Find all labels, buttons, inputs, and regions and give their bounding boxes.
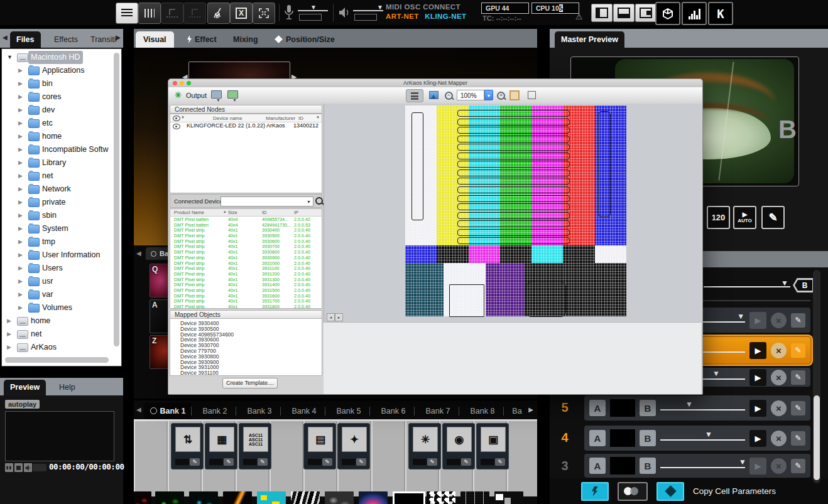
device-row[interactable]: DMT Pixel strip40x139312002.0.0.40: [170, 271, 322, 277]
slider-handle-icon[interactable]: ▼: [712, 369, 720, 378]
effect-cell[interactable]: ✦✎: [337, 423, 370, 469]
mapped-strip-outline[interactable]: [457, 186, 570, 193]
cell-edit-button[interactable]: ✎: [224, 458, 234, 466]
device-row[interactable]: DMT Pixel strip40x139304002.0.0.40: [170, 227, 322, 233]
tab-help[interactable]: Help: [53, 380, 82, 395]
device-row[interactable]: DMT Pixel strip40x139317002.0.0.40: [170, 298, 322, 304]
disclosure-icon[interactable]: ▶: [7, 328, 11, 341]
tree-item-incompatible-softw[interactable]: ▶Incompatible Softw: [2, 143, 121, 156]
clean-button[interactable]: [207, 3, 230, 24]
cell-b-button[interactable]: B: [640, 400, 656, 416]
tab-mixing[interactable]: Mixing: [226, 31, 266, 48]
play-button[interactable]: ▶: [749, 430, 766, 447]
mapped-strip-outline[interactable]: [457, 237, 570, 244]
cell-edit-button[interactable]: ✎: [322, 458, 332, 466]
layer-eject-button[interactable]: ×: [771, 313, 787, 328]
tree-item-label[interactable]: Volumes: [40, 301, 75, 314]
disclosure-icon[interactable]: ▶: [18, 183, 23, 196]
klingnet-mapper-button[interactable]: K: [708, 2, 733, 25]
mapped-strip-outline[interactable]: [457, 110, 570, 117]
layer-eject-button[interactable]: ×: [771, 400, 787, 416]
disclosure-icon[interactable]: ▶: [18, 156, 23, 169]
layer-edit-button[interactable]: ✎: [791, 401, 805, 416]
tree-item-library[interactable]: ▶Library: [2, 156, 121, 169]
disclosure-icon[interactable]: ▶: [18, 222, 23, 235]
tree-item-label[interactable]: ArKaos: [28, 341, 59, 354]
visual-thumb-bw-shred[interactable]: [291, 491, 320, 504]
preview-rate-box[interactable]: [33, 464, 46, 471]
mapped-strip-outline[interactable]: [457, 169, 570, 176]
slider-handle-icon[interactable]: ▼: [685, 400, 693, 409]
tree-item-etc[interactable]: ▶etc: [2, 117, 121, 130]
tree-item-label[interactable]: bin: [40, 77, 55, 90]
mapped-batten-outline[interactable]: [526, 282, 566, 317]
disclosure-icon[interactable]: ▶: [18, 64, 23, 77]
fullscreen-button[interactable]: [253, 3, 275, 24]
disclosure-icon[interactable]: ▶: [18, 143, 23, 156]
tree-item-net[interactable]: ▶net: [2, 169, 121, 183]
bank-tab-6[interactable]: Bank 6: [373, 403, 414, 419]
disclosure-icon[interactable]: ▶: [18, 130, 23, 143]
cell-a-button[interactable]: A: [589, 430, 606, 446]
tree-item-dev[interactable]: ▶dev: [2, 104, 121, 117]
tree-item-user-information[interactable]: ▶User Information: [2, 249, 121, 262]
mapped-strip-outline[interactable]: [457, 153, 570, 159]
tree-item-net[interactable]: ▶net: [2, 328, 121, 341]
devices-column-headers[interactable]: Product Name ▲ Size ID IP: [170, 209, 322, 217]
tree-item-label[interactable]: usr: [40, 275, 55, 288]
layer-row-4[interactable]: AB▼▶×✎: [584, 426, 810, 451]
disclosure-icon[interactable]: ▶: [18, 235, 23, 249]
layer-edit-button[interactable]: ✎: [791, 313, 805, 328]
tree-item-applications[interactable]: ▶Applications: [2, 64, 121, 77]
tree-item-usr[interactable]: ▶usr: [2, 275, 121, 288]
tree-item-label[interactable]: Applications: [40, 64, 87, 77]
layer-thumbnail[interactable]: [610, 457, 635, 475]
bpm-button[interactable]: 120: [707, 206, 730, 229]
visual-thumb-yellow-blocks[interactable]: [257, 491, 286, 504]
layout-right-button[interactable]: [635, 4, 656, 22]
auto-play-button[interactable]: ▶ AUTO: [733, 206, 756, 229]
layer-thumbnail[interactable]: [610, 429, 635, 447]
zoom-out-icon[interactable]: −: [445, 92, 453, 100]
mapped-batten-outline[interactable]: [598, 111, 611, 217]
layer-eject-button[interactable]: ×: [771, 343, 787, 358]
crossfader-handle-icon[interactable]: ▼: [781, 279, 788, 287]
tree-item-macintosh-hd[interactable]: ▼Macintosh HD: [2, 51, 121, 64]
layout-left-button[interactable]: [591, 4, 613, 22]
equalizer-button[interactable]: [682, 2, 707, 25]
layout-bottom-button[interactable]: [613, 4, 635, 22]
crossfader-track[interactable]: [704, 286, 790, 287]
tree-vertical-scrollbar[interactable]: [114, 53, 119, 346]
play-button[interactable]: ▶: [749, 458, 766, 475]
visual-thumb-sunset-glow[interactable]: [359, 491, 388, 504]
disclosure-icon[interactable]: ▶: [18, 288, 23, 301]
effect-cell[interactable]: ✳✎: [408, 423, 441, 469]
visual-thumb-dot-columns[interactable]: [460, 491, 489, 504]
tree-item-label[interactable]: Users: [40, 262, 65, 275]
cell-a-button[interactable]: A: [589, 400, 606, 416]
cell-edit-button[interactable]: ✎: [190, 458, 200, 466]
layer-crossfade-slider[interactable]: ▼: [660, 456, 745, 475]
layer-thumbnail[interactable]: [610, 399, 635, 417]
tree-item-label[interactable]: tmp: [40, 235, 58, 249]
disclosure-icon[interactable]: ▶: [18, 169, 23, 183]
flash-mode-button[interactable]: [581, 482, 609, 501]
crossfader-b-flag[interactable]: B: [793, 278, 814, 292]
layer-edit-button[interactable]: ✎: [791, 459, 805, 473]
bank-tab-5[interactable]: Bank 5: [328, 403, 369, 419]
mapped-strip-outline[interactable]: [457, 195, 570, 202]
play-button[interactable]: ▶: [749, 369, 766, 386]
mapped-object[interactable]: Device 3931100: [180, 370, 322, 376]
node-visible-icon[interactable]: [173, 124, 180, 129]
canvas-scroll-right-button[interactable]: ▸: [335, 313, 343, 321]
columns-view-button[interactable]: [138, 3, 161, 24]
tree-item-label[interactable]: home: [40, 130, 64, 143]
cell-edit-button[interactable]: ✎: [427, 458, 437, 466]
bank-tab-7[interactable]: Bank 7: [417, 403, 459, 419]
tree-item-sbin[interactable]: ▶sbin: [2, 209, 121, 222]
layer-crossfade-slider[interactable]: ▼: [660, 429, 745, 448]
play-button[interactable]: ▶: [749, 400, 766, 417]
autoplay-toggle[interactable]: autoplay: [5, 400, 40, 409]
cell-edit-button[interactable]: ✎: [356, 458, 366, 466]
visual-thumb-red-particles[interactable]: [134, 491, 151, 504]
